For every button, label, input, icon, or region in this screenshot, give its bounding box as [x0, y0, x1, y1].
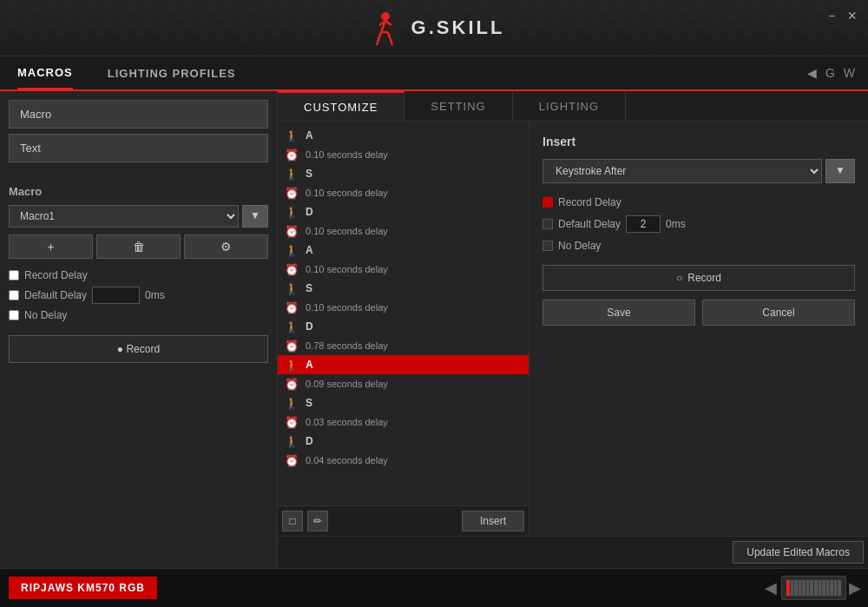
- insert-record-delay-checkbox[interactable]: [542, 197, 553, 208]
- list-tool-square[interactable]: □: [282, 511, 303, 531]
- key-text: S: [306, 168, 312, 180]
- list-item[interactable]: ⏰0.10 seconds delay: [278, 221, 529, 241]
- no-delay-checkbox[interactable]: [9, 310, 19, 320]
- delay-text: 0.04 seconds delay: [306, 455, 388, 465]
- bottom-nav-left-icon[interactable]: ◀: [765, 578, 777, 597]
- key-icon: 🚶: [285, 435, 299, 448]
- clock-icon: ⏰: [285, 148, 299, 162]
- key-text: D: [306, 320, 313, 333]
- default-delay-input[interactable]: [92, 287, 140, 304]
- svg-line-6: [385, 21, 391, 25]
- title-bar: G.SKILL − ✕: [0, 0, 868, 56]
- list-item[interactable]: 🚶A: [278, 241, 529, 260]
- list-item[interactable]: 🚶S: [278, 393, 529, 412]
- bottom-nav-right-icon[interactable]: ▶: [849, 578, 861, 597]
- delay-text: 0.10 seconds delay: [306, 226, 388, 236]
- insert-default-delay-input[interactable]: [626, 215, 661, 233]
- delete-macro-button[interactable]: 🗑: [96, 234, 181, 259]
- settings-macro-button[interactable]: ⚙: [184, 234, 268, 259]
- svg-point-0: [381, 12, 390, 21]
- list-item[interactable]: 🚶D: [278, 432, 529, 451]
- g-icon[interactable]: G: [825, 66, 835, 80]
- update-row: Update Edited Macros: [278, 536, 868, 568]
- no-delay-label: No Delay: [24, 309, 67, 321]
- device-label: RIPJAWS KM570 RGB: [9, 577, 157, 599]
- svg-line-4: [388, 32, 392, 45]
- list-item[interactable]: 🚶S: [278, 164, 529, 183]
- list-item[interactable]: 🚶S: [278, 279, 529, 298]
- window-controls: − ✕: [825, 9, 859, 23]
- logo: G.SKILL: [364, 6, 505, 49]
- record-delay-checkbox[interactable]: [9, 270, 19, 280]
- default-delay-label: Default Delay: [24, 289, 87, 301]
- tab-customize[interactable]: CUSTOMIZE: [278, 91, 404, 121]
- nav-lighting-profiles[interactable]: LIGHTING PROFILES: [108, 58, 236, 89]
- minimize-button[interactable]: −: [825, 9, 838, 23]
- list-item[interactable]: ⏰0.04 seconds delay: [278, 451, 529, 470]
- close-button[interactable]: ✕: [845, 9, 859, 23]
- insert-default-delay-row: Default Delay 0ms: [542, 215, 855, 233]
- tab-setting[interactable]: SETTING: [404, 91, 512, 121]
- insert-button[interactable]: Insert: [462, 511, 524, 531]
- key-text: S: [306, 282, 312, 294]
- w-icon[interactable]: W: [844, 66, 855, 80]
- list-item[interactable]: ⏰0.03 seconds delay: [278, 412, 529, 432]
- list-item[interactable]: ⏰0.10 seconds delay: [278, 145, 529, 164]
- clock-icon: ⏰: [285, 187, 299, 200]
- default-delay-checkbox[interactable]: [9, 290, 19, 300]
- macro-list-scroll[interactable]: 🚶A⏰0.10 seconds delay🚶S⏰0.10 seconds del…: [278, 122, 529, 505]
- insert-default-delay-checkbox[interactable]: [542, 219, 553, 229]
- insert-no-delay-checkbox[interactable]: [542, 241, 553, 251]
- insert-select[interactable]: Keystroke After: [542, 159, 822, 183]
- save-button[interactable]: Save: [542, 300, 695, 326]
- macro-section: Macro Macro1 ▼ + 🗑 ⚙ Record Delay Defaul…: [9, 185, 268, 559]
- delay-text: 0.10 seconds delay: [306, 149, 388, 160]
- list-item[interactable]: ⏰0.78 seconds delay: [278, 336, 529, 355]
- macro-select[interactable]: Macro1: [9, 205, 239, 228]
- tab-lighting[interactable]: LIGHTING: [513, 91, 626, 121]
- list-item[interactable]: 🚶D: [278, 202, 529, 221]
- clock-icon: ⏰: [285, 454, 299, 467]
- clock-icon: ⏰: [285, 225, 299, 238]
- macro-select-arrow[interactable]: ▼: [242, 205, 268, 228]
- list-area: 🚶A⏰0.10 seconds delay🚶S⏰0.10 seconds del…: [278, 122, 529, 536]
- insert-default-delay-suffix: 0ms: [666, 218, 686, 230]
- key-icon: 🚶: [285, 244, 299, 257]
- delay-text: 0.03 seconds delay: [306, 417, 388, 427]
- list-item[interactable]: ⏰0.10 seconds delay: [278, 183, 529, 202]
- cancel-button[interactable]: Cancel: [702, 300, 855, 326]
- list-item[interactable]: ⏰0.10 seconds delay: [278, 260, 529, 279]
- delay-text: 0.09 seconds delay: [306, 379, 388, 389]
- key-text: D: [306, 435, 313, 447]
- record-button-left[interactable]: ● Record: [9, 335, 268, 363]
- insert-record-button[interactable]: ○ Record: [542, 265, 855, 291]
- key-text: A: [306, 129, 313, 142]
- key-text: A: [306, 244, 313, 256]
- list-item[interactable]: 🚶D: [278, 317, 529, 336]
- list-item[interactable]: ⏰0.10 seconds delay: [278, 298, 529, 317]
- nav-macros[interactable]: MACROS: [17, 57, 73, 89]
- list-item[interactable]: 🚶A: [278, 126, 529, 145]
- text-button[interactable]: Text: [9, 134, 268, 162]
- add-macro-button[interactable]: +: [9, 234, 93, 259]
- list-item[interactable]: ⏰0.09 seconds delay: [278, 374, 529, 393]
- clock-icon: ⏰: [285, 378, 299, 391]
- key-icon: 🚶: [285, 320, 299, 333]
- logo-text: G.SKILL: [411, 16, 505, 39]
- record-delay-row: Record Delay: [9, 269, 268, 281]
- keyboard-preview: [781, 576, 846, 600]
- left-panel: Macro Text Macro Macro1 ▼ + 🗑 ⚙ Record D…: [0, 91, 278, 568]
- insert-select-arrow[interactable]: ▼: [825, 159, 855, 183]
- svg-line-3: [377, 32, 381, 45]
- delay-text: 0.10 seconds delay: [306, 302, 388, 313]
- list-item[interactable]: 🚶A: [278, 355, 529, 374]
- macro-button[interactable]: Macro: [9, 100, 268, 129]
- insert-title: Insert: [542, 135, 855, 148]
- back-icon[interactable]: ◀: [807, 66, 817, 80]
- list-tool-edit[interactable]: ✏: [307, 511, 328, 531]
- bottom-bar: RIPJAWS KM570 RGB ◀ ▶: [0, 568, 868, 607]
- key-icon: 🚶: [285, 168, 299, 181]
- update-macros-button[interactable]: Update Edited Macros: [733, 541, 864, 564]
- clock-icon: ⏰: [285, 340, 299, 353]
- key-icon: 🚶: [285, 397, 299, 410]
